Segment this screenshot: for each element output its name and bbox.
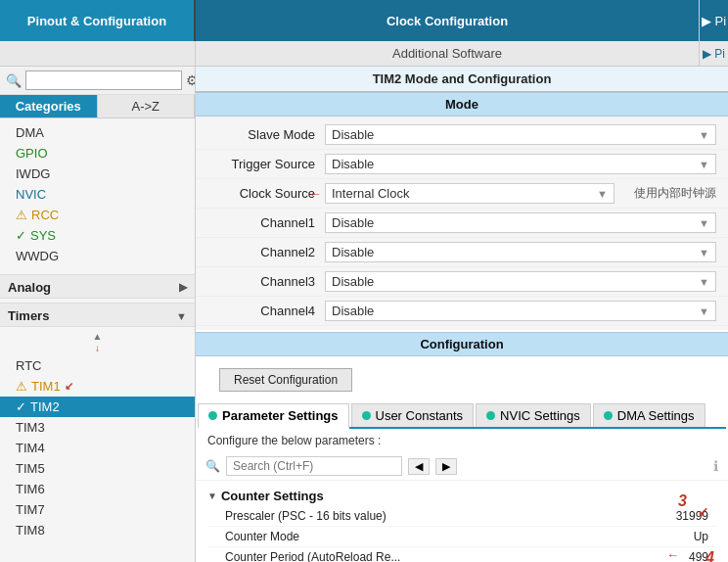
clock-source-select[interactable]: Internal Clock ← ▼: [325, 183, 614, 204]
main-area: 🔍 ⚙ Categories A->Z DMA GPIO IWDG NVIC: [0, 67, 728, 562]
trigger-source-label: Trigger Source: [207, 157, 315, 171]
more-tab[interactable]: ▶ Pi: [699, 0, 728, 41]
timers-section-header[interactable]: Timers ▼: [0, 303, 195, 327]
tim1-arrow-annotation: ↙: [65, 380, 73, 393]
channel3-select[interactable]: Disable ▼: [325, 271, 716, 292]
trigger-source-value: Disable: [332, 157, 374, 171]
rtc-label: RTC: [16, 358, 41, 373]
configuration-section: Configuration Reset Configuration Parame…: [196, 332, 728, 562]
tab-nvic-settings[interactable]: NVIC Settings: [476, 403, 591, 427]
sidebar-item-sys[interactable]: ✓ SYS: [0, 225, 195, 246]
counter-period-label: Counter Period (AutoReload Re...: [225, 550, 400, 562]
trigger-source-chevron-icon: ▼: [699, 159, 709, 170]
reset-btn-area: Reset Configuration: [196, 356, 728, 403]
counter-period-row: Counter Period (AutoReload Re... 499 4 ←: [207, 547, 716, 562]
user-constants-dot: [362, 411, 371, 420]
sidebar-item-nvic[interactable]: NVIC: [0, 184, 195, 205]
sidebar-item-tim4[interactable]: TIM4: [0, 438, 195, 458]
tim1-label: TIM1: [31, 379, 61, 394]
scroll-up-icon[interactable]: ▲: [93, 331, 103, 343]
channel4-value: Disable: [332, 304, 374, 318]
arrow-annotation-1: ↓: [95, 343, 100, 353]
channel1-select[interactable]: Disable ▼: [325, 212, 716, 233]
channel4-row: Channel4 Disable ▼: [196, 297, 728, 326]
sidebar-item-iwdg[interactable]: IWDG: [0, 164, 195, 184]
tab-a-z[interactable]: A->Z: [98, 95, 196, 117]
slave-mode-label: Slave Mode: [207, 127, 315, 142]
tim8-label: TIM8: [16, 523, 45, 538]
param-settings-label: Parameter Settings: [222, 408, 339, 423]
tim1-warning-icon: ⚠: [16, 379, 27, 394]
channel2-label: Channel2: [207, 245, 315, 259]
sidebar-item-tim7[interactable]: TIM7: [0, 499, 195, 520]
nvic-settings-dot: [486, 411, 495, 420]
slave-mode-select[interactable]: Disable ▼: [325, 124, 716, 145]
nvic-label: NVIC: [16, 187, 46, 202]
channel3-value: Disable: [332, 274, 374, 289]
tim7-label: TIM7: [16, 502, 45, 517]
sidebar-item-gpio[interactable]: GPIO: [0, 143, 195, 164]
second-bar: Additional Software ▶ Pi: [0, 41, 728, 67]
annotation-4: 4: [705, 549, 714, 562]
mode-section-header: Mode: [196, 92, 728, 117]
analog-label: Analog: [8, 280, 51, 295]
tab-dma-settings[interactable]: DMA Settings: [593, 403, 705, 427]
analog-chevron-icon: ▶: [179, 281, 187, 294]
prescaler-label: Prescaler (PSC - 16 bits value): [225, 509, 387, 523]
sidebar-categories: DMA GPIO IWDG NVIC ⚠ RCC ✓ SYS WWDG: [0, 118, 195, 270]
sidebar-item-wwdg[interactable]: WWDG: [0, 246, 195, 266]
clock-source-chevron-icon: ▼: [597, 188, 608, 200]
sidebar-tabs: Categories A->Z: [0, 95, 195, 118]
sidebar-item-tim1[interactable]: ⚠ TIM1 ↙: [0, 376, 195, 397]
sidebar-item-tim6[interactable]: TIM6: [0, 479, 195, 499]
timers-chevron-icon: ▼: [176, 310, 187, 322]
second-bar-left: [0, 41, 196, 66]
info-icon[interactable]: ℹ: [713, 458, 718, 474]
sidebar-item-tim2[interactable]: ✓ TIM2: [0, 397, 195, 417]
trigger-source-select[interactable]: Disable ▼ 2: [325, 154, 716, 174]
wwdg-label: WWDG: [16, 249, 59, 263]
dma-label: DMA: [16, 125, 44, 140]
clock-tab[interactable]: Clock Configuration: [196, 0, 699, 41]
tab-categories[interactable]: Categories: [0, 95, 98, 117]
tab-user-constants[interactable]: User Constants: [351, 403, 475, 427]
configure-label: Configure the below parameters :: [196, 429, 728, 452]
gear-icon[interactable]: ⚙: [186, 72, 196, 88]
additional-software-label[interactable]: Additional Software: [196, 41, 699, 66]
tim4-label: TIM4: [16, 441, 45, 455]
sidebar-search-input[interactable]: [25, 70, 182, 90]
sidebar-item-rcc[interactable]: ⚠ RCC: [0, 205, 195, 225]
sidebar-item-tim8[interactable]: TIM8: [0, 520, 195, 540]
more-tab-label: ▶ Pi: [702, 14, 726, 28]
rcc-warning-icon: ⚠: [16, 208, 27, 222]
channel1-row: Channel1 Disable ▼: [196, 209, 728, 238]
iwdg-label: IWDG: [16, 166, 50, 181]
channel1-label: Channel1: [207, 215, 315, 230]
tab-parameter-settings[interactable]: Parameter Settings: [198, 403, 349, 429]
analog-section-header[interactable]: Analog ▶: [0, 274, 195, 299]
gpio-label: GPIO: [16, 146, 48, 161]
sidebar-item-dma[interactable]: DMA: [0, 122, 195, 143]
clock-tab-label: Clock Configuration: [387, 14, 508, 28]
search-next-button[interactable]: ▶: [435, 458, 457, 475]
clock-source-label: Clock Source: [207, 186, 315, 201]
sys-label: SYS: [30, 228, 56, 243]
sidebar-item-tim3[interactable]: TIM3: [0, 417, 195, 438]
reset-configuration-button[interactable]: Reset Configuration: [219, 368, 352, 392]
channel2-select[interactable]: Disable ▼: [325, 242, 716, 262]
content-area: TIM2 Mode and Configuration Mode Slave M…: [196, 67, 728, 562]
tim2-check-icon: ✓: [16, 399, 26, 414]
dma-settings-label: DMA Settings: [617, 408, 695, 423]
channel4-select[interactable]: Disable ▼: [325, 301, 716, 321]
second-bar-right-label[interactable]: ▶ Pi: [699, 41, 728, 66]
sidebar-item-rtc[interactable]: RTC: [0, 355, 195, 376]
pinout-tab[interactable]: Pinout & Configuration: [0, 0, 196, 41]
nvic-settings-label: NVIC Settings: [500, 408, 580, 423]
counter-search-input[interactable]: [226, 456, 402, 476]
param-tabs: Parameter Settings User Constants NVIC S…: [198, 403, 726, 429]
rcc-label: RCC: [31, 208, 59, 222]
search-small-icon: 🔍: [205, 459, 220, 473]
sidebar-item-tim5[interactable]: TIM5: [0, 458, 195, 479]
counter-settings-arrow-icon: ▼: [207, 491, 217, 501]
search-prev-button[interactable]: ◀: [408, 458, 430, 475]
